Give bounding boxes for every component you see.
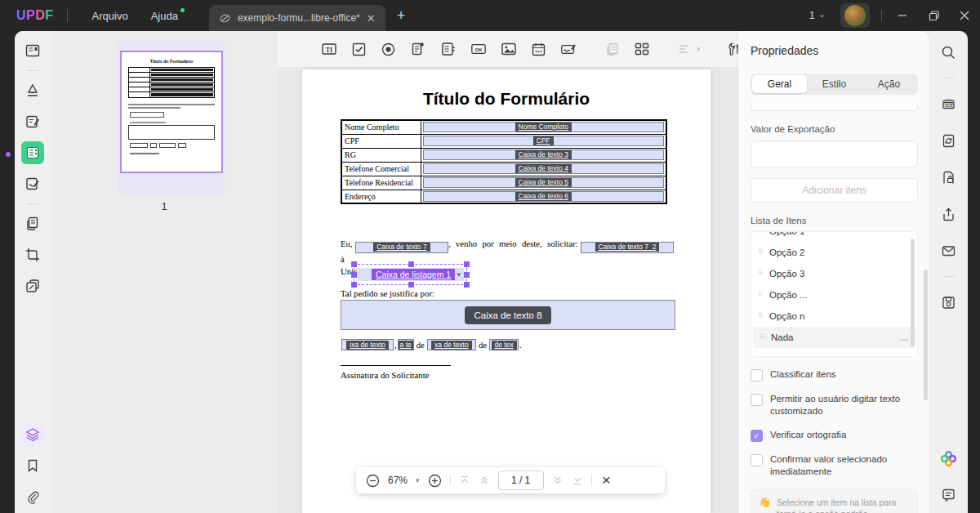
page-number-input[interactable]: 1 / 1 — [498, 471, 544, 490]
resize-handle[interactable] — [351, 272, 357, 278]
crop-button[interactable] — [21, 243, 44, 266]
pdf-page[interactable]: Título do Formulário Nome CompletoNome C… — [302, 69, 710, 513]
text-field[interactable]: ixa de texto — [341, 339, 394, 350]
close-window-button[interactable] — [949, 0, 980, 31]
reader-mode-button[interactable] — [21, 39, 44, 62]
menu-arquivo[interactable]: Arquivo — [81, 10, 140, 22]
tab-close-icon[interactable]: ✕ — [367, 13, 376, 24]
image-field-tool-button[interactable] — [501, 41, 517, 57]
align-fields-button-disabled[interactable] — [678, 41, 693, 57]
close-toolbar-icon[interactable]: ✕ — [602, 474, 612, 487]
next-page-icon[interactable] — [552, 475, 564, 486]
ai-assistant-button[interactable] — [938, 447, 960, 470]
list-box-tool-button[interactable] — [440, 41, 457, 57]
signature-field-tool-button[interactable] — [560, 41, 577, 57]
text-field[interactable]: a te — [398, 339, 414, 350]
resize-handle[interactable] — [464, 261, 470, 267]
date-field-tool-button[interactable] — [531, 41, 546, 57]
drag-handle-icon[interactable]: ⠿ — [758, 292, 763, 297]
document-tab[interactable]: exemplo-formu...libre-office* ✕ — [209, 5, 385, 31]
list-item[interactable]: ⠿Opção ... — [751, 284, 917, 306]
dropdown-arrow-icon[interactable]: ▾ — [457, 270, 461, 279]
zoom-caret-icon[interactable]: ▾ — [416, 476, 420, 484]
text-field-tool-button[interactable]: TI — [321, 41, 337, 57]
push-button-tool-button[interactable]: OK — [470, 41, 487, 57]
list-box-field-selected[interactable]: Caixa de listagem 1 ▾ — [357, 268, 464, 281]
sign-button[interactable] — [21, 172, 44, 195]
first-page-icon[interactable] — [459, 475, 470, 486]
bookmarks-panel-button[interactable] — [21, 454, 44, 477]
drag-handle-icon[interactable]: ⠿ — [758, 271, 763, 276]
text-field[interactable]: Caixa de texto 7 — [355, 242, 448, 253]
organize-pages-button[interactable] — [21, 212, 44, 235]
export-value-input[interactable] — [751, 141, 918, 167]
resize-handle[interactable] — [408, 261, 414, 267]
text-field[interactable]: xa de texto — [427, 339, 476, 350]
share-button[interactable] — [938, 203, 960, 225]
protect-button[interactable] — [938, 166, 960, 189]
resize-handle[interactable] — [464, 282, 470, 288]
watermark-button[interactable] — [21, 274, 44, 297]
name-input-clipped[interactable] — [751, 103, 918, 111]
ocr-button[interactable]: OCR — [938, 92, 960, 115]
add-items-button[interactable]: Adicionar itens — [751, 178, 918, 203]
comments-button[interactable] — [938, 484, 960, 506]
list-item[interactable]: ⠿Opção 2 — [751, 242, 917, 263]
new-tab-button[interactable]: + — [397, 8, 406, 23]
text-field[interactable]: Caixa de texto 3 — [423, 149, 665, 160]
forms-tool-button-active[interactable] — [21, 141, 44, 164]
drag-handle-icon[interactable]: ⠿ — [758, 250, 763, 255]
edit-pdf-button[interactable] — [21, 110, 44, 133]
classificar-checkbox[interactable] — [751, 369, 763, 381]
minimize-button[interactable] — [887, 0, 918, 31]
tab-estilo[interactable]: Estilo — [807, 75, 862, 93]
layers-panel-button-active[interactable] — [21, 423, 44, 446]
panel-scrollbar[interactable] — [924, 270, 928, 400]
verificar-ortografia-checkbox-checked[interactable]: ✓ — [751, 430, 763, 442]
list-item[interactable]: ⠿Opção 1 — [751, 231, 917, 242]
drag-handle-icon[interactable]: ⠿ — [758, 314, 763, 319]
last-page-icon[interactable] — [572, 475, 583, 486]
resize-handle[interactable] — [351, 261, 357, 267]
tab-geral[interactable]: Geral — [752, 75, 807, 93]
restore-button[interactable] — [918, 0, 949, 31]
radio-button-tool-button[interactable] — [381, 41, 396, 57]
confirmar-valor-checkbox[interactable] — [751, 454, 763, 466]
menu-ajuda[interactable]: Ajuda — [140, 10, 189, 22]
text-field[interactable]: Caixa de texto 4 — [423, 163, 665, 174]
drag-handle-icon[interactable]: ⠿ — [760, 335, 764, 340]
text-field[interactable]: Nome Completo — [423, 122, 665, 132]
list-item-hovered[interactable]: ⠿Nada… — [753, 327, 915, 348]
convert-button[interactable] — [938, 129, 960, 152]
page-thumbnail-selected[interactable]: Título do Formulário — [118, 41, 225, 194]
item-more-icon[interactable]: … — [899, 332, 909, 343]
text-field[interactable]: CPF — [423, 136, 665, 146]
list-item[interactable]: ⠿Opção 3 — [751, 263, 917, 284]
attachments-panel-button[interactable] — [21, 485, 44, 508]
text-field[interactable]: Caixa de texto 7_2 — [581, 242, 674, 253]
list-scrollbar[interactable] — [911, 239, 915, 346]
resize-handle[interactable] — [351, 282, 357, 288]
text-field[interactable]: Caixa de texto 5 — [423, 177, 665, 188]
mail-button[interactable] — [938, 239, 960, 262]
zoom-out-icon[interactable] — [366, 474, 380, 488]
list-item[interactable]: ⠿Opção n — [751, 306, 917, 327]
resize-handle[interactable] — [464, 272, 470, 278]
arrange-fields-button[interactable] — [634, 41, 650, 57]
permitir-texto-checkbox[interactable] — [751, 394, 763, 406]
zoom-level[interactable]: 67% — [388, 475, 408, 486]
drag-handle-icon[interactable]: ⠿ — [758, 231, 763, 234]
tab-acao[interactable]: Ação — [862, 75, 916, 93]
window-page-indicator[interactable]: 1⌄ — [809, 10, 826, 21]
annotate-button[interactable] — [21, 79, 44, 102]
previous-page-icon[interactable] — [479, 475, 490, 486]
copy-fields-button-disabled[interactable] — [604, 41, 620, 57]
text-field[interactable]: Caixa de texto 6 — [423, 191, 665, 202]
zoom-in-icon[interactable] — [428, 474, 442, 488]
checkbox-tool-button[interactable] — [351, 41, 367, 57]
combo-box-tool-button[interactable] — [410, 41, 426, 57]
text-field[interactable]: de tex — [489, 339, 519, 350]
search-button[interactable] — [938, 41, 960, 64]
save-button[interactable] — [938, 291, 960, 314]
resize-handle[interactable] — [408, 282, 414, 288]
